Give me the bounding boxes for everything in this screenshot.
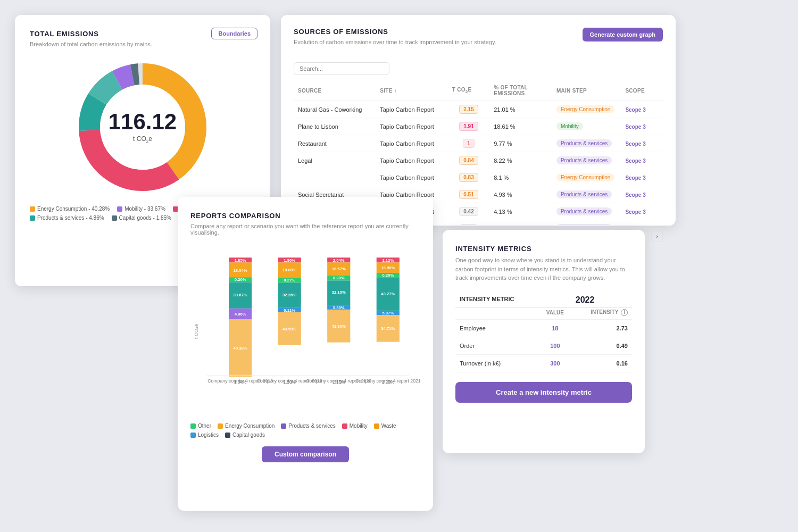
metric-value-order: 100 — [538, 337, 572, 355]
bar-group-2020: 2.04% 18.57% 0.28% 32.10% 5.35% 42.90% 1… — [327, 257, 350, 385]
table-row: Legal Tapio Carbon Report 0.84 8.22 % Pr… — [294, 152, 663, 169]
source-step: Energy Consumption — [552, 101, 621, 118]
bar-chart-svg: t CO₂e 1.85% 18.04% 0.20% 33.67% 4.86% 4… — [190, 246, 420, 417]
legend-dot-capital — [112, 215, 117, 221]
col-header-pct: % OF TOTAL EMISSIONS — [489, 81, 552, 101]
legend-logistics-label: Logistics — [198, 432, 219, 438]
bar-chart-area: t CO₂e 1.85% 18.04% 0.20% 33.67% 4.86% 4… — [190, 246, 420, 417]
intensity-metrics-card: INTENSITY METRICS One good way to know w… — [443, 230, 645, 453]
svg-text:0.30%: 0.30% — [382, 273, 394, 278]
col-metric-sub — [455, 307, 538, 320]
col-header-tco2: T CO2E — [448, 81, 490, 101]
metric-name-employee: Employee — [455, 319, 538, 337]
svg-text:5.35%: 5.35% — [333, 305, 345, 310]
generate-graph-button[interactable]: Generate custom graph — [583, 28, 663, 41]
source-pct: 4.93 % — [489, 186, 552, 203]
col-header-source: SOURCE — [294, 81, 376, 101]
sources-search-input[interactable] — [294, 62, 389, 75]
source-scope: Scope 3 — [621, 220, 663, 226]
source-name — [294, 169, 376, 186]
legend-products-label: Products & services — [288, 423, 335, 429]
source-step: Products & services — [552, 203, 621, 220]
y-axis-label: t CO₂e — [194, 324, 199, 339]
legend-logistics: Logistics — [190, 432, 219, 438]
metric-link-employee[interactable]: 18 — [552, 325, 558, 331]
metric-name-turnover: Turnover (in k€) — [455, 355, 538, 372]
source-step: Energy Consumption — [552, 169, 621, 186]
intensity-description: One good way to know where you stand is … — [455, 256, 632, 282]
svg-text:32.10%: 32.10% — [332, 290, 346, 295]
source-pct: 18.61 % — [489, 118, 552, 135]
table-row: Tapio Carbon Report 0.83 8.1 % Energy Co… — [294, 169, 663, 186]
svg-text:40.38%: 40.38% — [234, 346, 247, 351]
svg-text:0.27%: 0.27% — [284, 278, 295, 282]
total-emissions-subtitle: Breakdown of total carbon emissions by m… — [30, 41, 255, 47]
source-name: Restaurant — [294, 135, 376, 152]
source-tco2: 0.84 — [448, 152, 490, 169]
source-site: Tapio Carbon Report — [376, 135, 447, 152]
source-scope: Scope 3 — [621, 152, 663, 169]
metric-intensity-turnover: 0.16 — [572, 355, 632, 372]
metric-value-turnover: 300 — [538, 355, 572, 372]
legend-dot-products — [30, 215, 35, 221]
next-page-button[interactable]: › — [651, 230, 663, 242]
source-tco2: 1 — [448, 135, 490, 152]
col-value-header: VALUE — [538, 307, 572, 320]
svg-text:2.04%: 2.04% — [333, 258, 345, 263]
source-site: Tapio Carbon Report — [376, 152, 447, 169]
svg-text:1.85%: 1.85% — [235, 258, 246, 263]
donut-chart-container: 116.12 t CO2e — [30, 58, 255, 196]
source-tco2: 0.42 — [448, 203, 490, 220]
legend-other: Other — [190, 423, 211, 429]
metric-link-turnover[interactable]: 300 — [550, 360, 560, 367]
legend-energy-label: Energy Consumption — [225, 423, 275, 429]
sources-of-emissions-card: SOURCES OF EMISSIONS Evolution of carbon… — [281, 15, 676, 226]
metric-link-order[interactable]: 100 — [550, 343, 560, 349]
intensity-title: INTENSITY METRICS — [455, 245, 632, 253]
legend-capital-label: Capital goods — [232, 432, 265, 438]
legend-products: Products & services — [281, 423, 335, 429]
source-pct: 9.77 % — [489, 135, 552, 152]
donut-center: 116.12 t CO2e — [109, 111, 177, 144]
reports-comparison-card: REPORTS COMPARISON Compare any report or… — [178, 197, 433, 511]
source-scope: Scope 3 — [621, 169, 663, 186]
intensity-table: INTENSITY METRIC 2022 VALUE INTENSITY i … — [455, 293, 632, 373]
table-row: Restaurant Tapio Carbon Report 1 9.77 % … — [294, 135, 663, 152]
boundaries-button[interactable]: Boundaries — [211, 28, 257, 39]
custom-comparison-button[interactable]: Custom comparison — [262, 446, 349, 462]
source-tco2: 0.83 — [448, 169, 490, 186]
source-scope: Scope 3 — [621, 101, 663, 118]
legend-item-capital: Capital goods - 1.85% — [112, 215, 171, 221]
source-step: Products & services — [552, 186, 621, 203]
donut-value: 116.12 — [109, 111, 177, 133]
source-step: Products & services — [552, 135, 621, 152]
metric-intensity-employee: 2.73 — [572, 319, 632, 337]
donut-unit: t CO2e — [109, 135, 177, 144]
legend-item-mobility: Mobility - 33.67% — [117, 206, 165, 212]
legend-other-label: Other — [198, 423, 211, 429]
reports-subtitle: Compare any report or scenario you want … — [190, 223, 420, 236]
legend-waste: Waste — [374, 423, 396, 429]
sources-header: SOURCES OF EMISSIONS Evolution of carbon… — [294, 28, 663, 56]
legend-label-capital: Capital goods - 1.85% — [119, 215, 171, 221]
svg-text:0.28%: 0.28% — [333, 276, 345, 280]
metric-intensity-order: 0.49 — [572, 337, 632, 355]
source-pct: 8.22 % — [489, 152, 552, 169]
source-pct: 8.1 % — [489, 169, 552, 186]
svg-text:34.71%: 34.71% — [381, 326, 395, 331]
legend-item-energy: Energy Consumption - 40.28% — [30, 206, 110, 212]
legend-dot-energy — [30, 206, 35, 212]
intensity-row-order: Order 100 0.49 — [455, 337, 632, 355]
legend-label-products: Products & services - 4.86% — [37, 215, 104, 221]
sources-header-left: SOURCES OF EMISSIONS Evolution of carbon… — [294, 28, 496, 56]
source-pct: 21.01 % — [489, 101, 552, 118]
source-step: Mobility — [552, 118, 621, 135]
table-row: Plane to Lisbon Tapio Carbon Report 1.91… — [294, 118, 663, 135]
create-intensity-button[interactable]: Create a new intensity metric — [455, 382, 632, 403]
svg-text:18.57%: 18.57% — [332, 267, 346, 271]
sources-title: SOURCES OF EMISSIONS — [294, 28, 496, 36]
source-pct: 3.88 % — [489, 220, 552, 226]
col-intensity-header: INTENSITY i — [572, 307, 632, 320]
source-tco2: 0.51 — [448, 186, 490, 203]
table-row: Natural Gas - Coworking Tapio Carbon Rep… — [294, 101, 663, 118]
